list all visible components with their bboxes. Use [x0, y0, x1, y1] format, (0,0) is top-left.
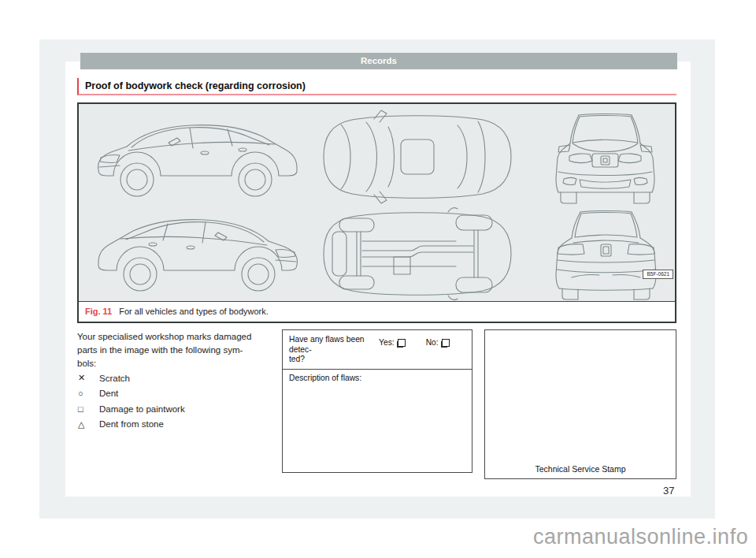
car-side-view-right-icon — [91, 205, 306, 301]
section-title: Proof of bodywork check (regarding corro… — [77, 78, 676, 95]
yes-label: Yes: — [379, 338, 395, 347]
symbol-legend: ✕ Scratch ○ Dent □ Damage to paintwork △… — [78, 370, 281, 432]
paintwork-symbol-icon: □ — [78, 404, 99, 414]
legend-label: Scratch — [99, 374, 130, 383]
scratch-symbol-icon: ✕ — [78, 373, 99, 383]
intro-line: bols: — [77, 357, 280, 370]
legend-item-scratch: ✕ Scratch — [78, 370, 281, 386]
figure-caption-text: For all vehicles and types of bodywork. — [119, 307, 269, 316]
intro-line: parts in the image with the following sy… — [77, 344, 280, 357]
legend-item-paintwork: □ Damage to paintwork — [78, 401, 281, 417]
description-of-flaws-label: Description of flaws: — [283, 370, 472, 386]
legend-label: Damage to paintwork — [99, 404, 185, 414]
figure-id-label: B5F-0621 — [643, 270, 673, 279]
legend-label: Dent — [99, 389, 118, 398]
figure-image-area: B5F-0621 — [79, 104, 675, 301]
flaws-question: Have any flaws been detec- ted? — [289, 335, 369, 365]
legend-label: Dent from stone — [99, 419, 164, 429]
car-front-view-icon — [548, 110, 662, 206]
intro-paragraph: Your specialised workshop marks damaged … — [77, 330, 280, 370]
flaws-question-row: Have any flaws been detec- ted? Yes: No: — [283, 330, 472, 370]
manual-page: Records Proof of bodywork check (regardi… — [0, 0, 756, 558]
stamp-label: Technical Service Stamp — [485, 464, 676, 474]
legend-item-stone: △ Dent from stone — [78, 417, 281, 433]
figure-caption: Fig. 11For all vehicles and types of bod… — [79, 301, 675, 322]
stone-symbol-icon: △ — [78, 419, 99, 430]
watermark: carmanualsonline.info — [533, 525, 748, 549]
page-header-bar: Records — [80, 53, 677, 69]
flaws-form: Have any flaws been detec- ted? Yes: No:… — [282, 329, 472, 473]
figure-caption-number: Fig. 11 — [85, 307, 112, 316]
yes-option: Yes: — [379, 338, 406, 347]
yes-checkbox[interactable] — [398, 339, 406, 347]
car-side-view-left-icon — [90, 110, 304, 206]
question-line: Have any flaws been detec- — [289, 335, 369, 355]
car-rear-view-icon — [548, 208, 664, 302]
no-option: No: — [426, 338, 450, 347]
page-header-title: Records — [361, 56, 397, 65]
figure-box: B5F-0621 Fig. 11For all vehicles and typ… — [77, 102, 676, 323]
intro-line: Your specialised workshop marks damaged — [77, 330, 280, 344]
dent-symbol-icon: ○ — [78, 389, 99, 398]
page-number: 37 — [663, 485, 674, 497]
no-label: No: — [426, 338, 439, 347]
stamp-box: Technical Service Stamp — [484, 329, 676, 479]
legend-item-dent: ○ Dent — [78, 386, 281, 402]
question-line: ted? — [289, 355, 369, 365]
no-checkbox[interactable] — [442, 339, 450, 347]
car-top-view-icon — [317, 108, 516, 206]
car-underside-view-icon — [317, 205, 516, 303]
